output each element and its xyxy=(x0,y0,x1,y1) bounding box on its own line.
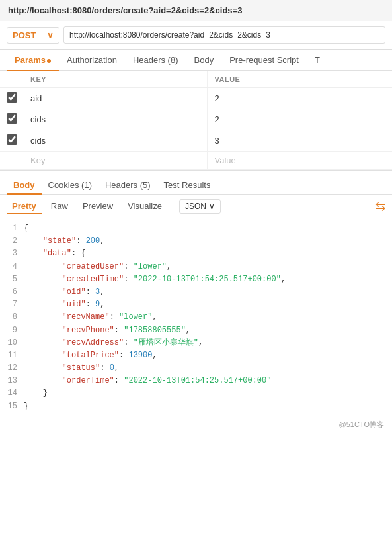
line-number: 13 xyxy=(7,375,17,387)
line-number: 8 xyxy=(7,311,17,324)
param-checkbox[interactable] xyxy=(7,92,17,103)
watermark: @51CTO博客 xyxy=(0,417,392,432)
line-number: 6 xyxy=(7,286,17,298)
code-line: "data": { xyxy=(24,248,385,260)
format-label: JSON xyxy=(185,202,206,211)
method-label: POST xyxy=(13,30,36,40)
table-row: cids2 xyxy=(0,109,392,130)
view-tab-raw[interactable]: Raw xyxy=(46,199,73,214)
line-number: 11 xyxy=(7,349,17,362)
line-number: 1 xyxy=(7,222,17,235)
response-tabs: Body Cookies (1) Headers (5) Test Result… xyxy=(0,173,392,195)
response-tab-cookies[interactable]: Cookies (1) xyxy=(42,176,98,194)
param-value: 2 xyxy=(208,109,392,130)
tab-params[interactable]: Params xyxy=(7,50,59,70)
view-tab-preview[interactable]: Preview xyxy=(77,199,118,214)
param-value: 2 xyxy=(208,88,392,109)
table-row: aid2 xyxy=(0,88,392,109)
param-key: Key xyxy=(24,152,208,170)
code-line: "uid": 9, xyxy=(24,298,385,311)
param-key: cids xyxy=(24,109,208,130)
format-dropdown[interactable]: JSON ∨ xyxy=(179,199,221,214)
response-tab-test-results[interactable]: Test Results xyxy=(157,176,217,194)
code-line: { xyxy=(24,222,385,235)
code-line: "recvName": "lower", xyxy=(24,311,385,324)
param-value: Value xyxy=(208,152,392,170)
line-number: 4 xyxy=(7,261,17,273)
line-number: 7 xyxy=(7,298,17,311)
code-line: "recvPhone": "17858805555", xyxy=(24,324,385,337)
code-line: "totalPrice": 13900, xyxy=(24,349,385,362)
top-bar-url: http://localhost:8080/orders/create?aid=… xyxy=(8,5,242,15)
key-header: KEY xyxy=(24,71,208,88)
code-line: "createdTime": "2022-10-13T01:54:25.517+… xyxy=(24,273,385,286)
line-number: 3 xyxy=(7,248,17,260)
response-tab-headers[interactable]: Headers (5) xyxy=(98,176,157,194)
top-bar: http://localhost:8080/orders/create?aid=… xyxy=(0,0,392,21)
code-line: "state": 200, xyxy=(24,235,385,248)
url-input[interactable] xyxy=(63,26,385,44)
code-line: "status": 0, xyxy=(24,362,385,375)
checkbox-header xyxy=(0,71,24,88)
param-checkbox[interactable] xyxy=(7,134,17,145)
request-bar: POST ∨ xyxy=(0,21,392,50)
request-tabs: Params Authorization Headers (8) Body Pr… xyxy=(0,50,392,71)
view-tab-visualize[interactable]: Visualize xyxy=(122,199,167,214)
code-line: "orderTime": "2022-10-13T01:54:25.517+00… xyxy=(24,375,385,387)
line-numbers: 123456789101112131415 xyxy=(0,222,24,413)
code-line: "recvAddress": "雁塔区小寨华旗", xyxy=(24,337,385,349)
view-toolbar: Pretty Raw Preview Visualize JSON ∨ ⇆ xyxy=(0,195,392,218)
params-dot xyxy=(47,59,51,63)
tab-body[interactable]: Body xyxy=(186,50,222,70)
code-line: } xyxy=(24,400,385,413)
line-number: 5 xyxy=(7,273,17,286)
code-area: 123456789101112131415 { "state": 200, "d… xyxy=(0,218,392,417)
params-table: KEY VALUE aid2cids2cids3KeyValue xyxy=(0,71,392,170)
line-number: 9 xyxy=(7,324,17,337)
line-number: 10 xyxy=(7,337,17,349)
code-content: { "state": 200, "data": { "createdUser":… xyxy=(24,222,392,413)
code-line: "oid": 3, xyxy=(24,286,385,298)
table-row: cids3 xyxy=(0,130,392,152)
method-chevron-icon: ∨ xyxy=(47,30,54,40)
param-checkbox[interactable] xyxy=(7,113,17,124)
param-value: 3 xyxy=(208,130,392,152)
line-number: 15 xyxy=(7,400,17,413)
code-line: "createdUser": "lower", xyxy=(24,261,385,273)
response-tab-body[interactable]: Body xyxy=(7,176,42,194)
param-key: aid xyxy=(24,88,208,109)
view-tab-pretty[interactable]: Pretty xyxy=(7,199,42,214)
sort-icon[interactable]: ⇆ xyxy=(375,201,385,212)
value-header: VALUE xyxy=(208,71,392,88)
tab-headers[interactable]: Headers (8) xyxy=(125,50,186,70)
param-key: cids xyxy=(24,130,208,152)
tab-pre-request[interactable]: Pre-request Script xyxy=(221,50,307,70)
line-number: 14 xyxy=(7,387,17,400)
method-dropdown[interactable]: POST ∨ xyxy=(7,27,59,44)
line-number: 12 xyxy=(7,362,17,375)
params-section: KEY VALUE aid2cids2cids3KeyValue xyxy=(0,71,392,171)
table-row: KeyValue xyxy=(0,152,392,170)
format-chevron-icon: ∨ xyxy=(209,202,215,211)
tab-tests[interactable]: T xyxy=(307,50,328,70)
line-number: 2 xyxy=(7,235,17,248)
code-line: } xyxy=(24,387,385,400)
tab-authorization[interactable]: Authorization xyxy=(59,50,125,70)
